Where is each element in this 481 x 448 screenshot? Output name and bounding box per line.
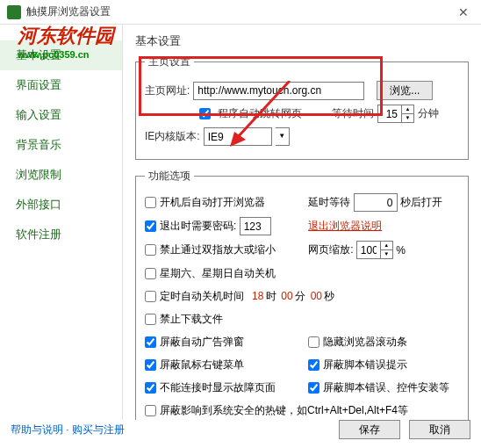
options-legend: 功能选项 [145, 169, 194, 184]
auto-jump-checkbox[interactable] [199, 108, 211, 119]
wait-spinner[interactable]: ▲▼ [377, 105, 414, 123]
delay-input[interactable] [354, 193, 398, 212]
exit-note-link[interactable]: 退出浏览器说明 [308, 219, 382, 234]
ie-version-input[interactable] [204, 127, 272, 146]
homepage-url-input[interactable] [193, 82, 364, 100]
homepage-group: 主页设置 主页网址: 浏览... 程序自动跳转网页 等待时间 ▲▼ 分钟 IE内… [135, 54, 469, 160]
close-icon[interactable]: ✕ [453, 2, 474, 23]
block-script-err-checkbox[interactable] [308, 359, 319, 371]
block-script-ctrl-checkbox[interactable] [308, 382, 319, 394]
hide-scroll-checkbox[interactable] [308, 336, 319, 348]
wait-unit: 分钟 [418, 106, 439, 121]
zoom-spinner[interactable]: ▲▼ [356, 241, 393, 259]
main-title: 基本设置 [135, 33, 469, 49]
sidebar-item-reg[interactable]: 软件注册 [0, 220, 122, 249]
auto-jump-label: 程序自动跳转网页 [218, 106, 302, 121]
save-button[interactable]: 保存 [339, 420, 400, 439]
show-fault-checkbox[interactable] [145, 382, 156, 394]
sidebar-item-ui[interactable]: 界面设置 [0, 70, 122, 100]
down-icon[interactable]: ▼ [402, 114, 413, 123]
sidebar-item-limit[interactable]: 浏览限制 [0, 160, 122, 190]
browse-button[interactable]: 浏览... [377, 81, 433, 100]
no-download-checkbox[interactable] [145, 314, 156, 325]
buy-link[interactable]: 购买与注册 [72, 423, 125, 436]
footer: 帮助与说明 · 购买与注册 保存 取消 [0, 416, 481, 443]
titlebar: 触摸屏浏览器设置 ✕ [0, 0, 481, 25]
boot-open-checkbox[interactable] [145, 197, 156, 208]
app-icon [7, 5, 21, 19]
cancel-button[interactable]: 取消 [409, 420, 470, 439]
sidebar-item-ext[interactable]: 外部接口 [0, 190, 122, 220]
sidebar: 基本设置 界面设置 输入设置 背景音乐 浏览限制 外部接口 软件注册 [0, 25, 123, 420]
window-title: 触摸屏浏览器设置 [26, 4, 453, 19]
block-rclick-checkbox[interactable] [145, 359, 156, 371]
ie-label: IE内核版本: [145, 129, 200, 144]
up-icon[interactable]: ▲ [402, 105, 413, 114]
addr-label: 主页网址: [145, 83, 190, 98]
block-hotkeys-checkbox[interactable] [145, 405, 156, 416]
sidebar-item-basic[interactable]: 基本设置 [0, 40, 122, 70]
timed-off-checkbox[interactable] [145, 291, 156, 302]
wait-label: 等待时间 [332, 106, 374, 121]
options-group: 功能选项 开机后自动打开浏览器 延时等待 秒后打开 退出时需要密码: 退出浏览器… [135, 169, 469, 420]
exit-pwd-input[interactable] [240, 217, 271, 235]
sidebar-item-input[interactable]: 输入设置 [0, 100, 122, 130]
block-ads-checkbox[interactable] [145, 336, 156, 348]
main-panel: 基本设置 主页设置 主页网址: 浏览... 程序自动跳转网页 等待时间 ▲▼ 分… [123, 25, 481, 420]
dropdown-icon[interactable]: ▼ [276, 127, 290, 146]
weekend-off-checkbox[interactable] [145, 268, 156, 279]
exit-pwd-checkbox[interactable] [145, 220, 156, 232]
no-pinch-checkbox[interactable] [145, 244, 156, 256]
homepage-legend: 主页设置 [145, 54, 194, 69]
help-link[interactable]: 帮助与说明 [11, 423, 63, 436]
sidebar-item-music[interactable]: 背景音乐 [0, 130, 122, 160]
